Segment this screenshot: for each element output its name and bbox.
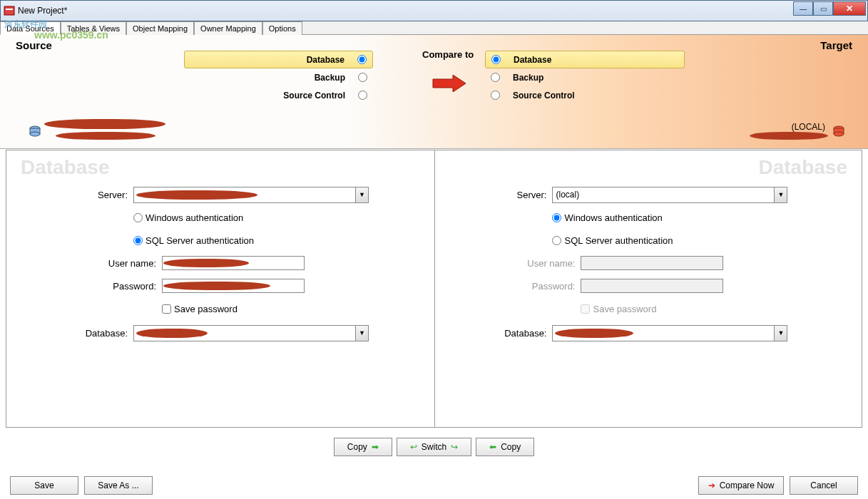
tab-object-mapping[interactable]: Object Mapping [126, 21, 194, 35]
switch-label: Switch [422, 442, 446, 452]
play-arrow-icon: ➔ [708, 480, 715, 490]
svg-point-5 [30, 132, 40, 136]
target-sourcecontrol-radio[interactable] [491, 91, 500, 100]
redacted-source-username [163, 259, 249, 267]
source-database-combo[interactable]: ▼ [133, 325, 369, 341]
svg-rect-0 [4, 6, 14, 15]
target-server-value: (local) [553, 190, 774, 200]
source-backup-radio[interactable] [358, 73, 367, 82]
compare-arrow-icon [432, 75, 467, 92]
tab-options[interactable]: Options [262, 21, 302, 35]
copy-right-label: Copy [347, 442, 367, 452]
source-server-combo[interactable]: ▼ [133, 187, 369, 203]
copy-left-label: Copy [501, 442, 521, 452]
source-type-backup-row[interactable]: Backup [184, 68, 373, 86]
target-password-label: Password: [438, 281, 581, 292]
source-database-radio[interactable] [357, 55, 367, 64]
redacted-source-server-input [136, 190, 257, 200]
source-savepwd-label: Save password [174, 304, 238, 314]
window-title: New Project* [18, 6, 864, 16]
target-type-sourcecontrol-row[interactable]: Source Control [485, 86, 685, 104]
target-database-dropdown-icon[interactable]: ▼ [774, 326, 787, 341]
save-as-label: Save As ... [98, 480, 138, 490]
compare-header-panel: Source Target Compare to Database Backup… [0, 35, 868, 149]
compare-now-button[interactable]: ➔ Compare Now [698, 476, 784, 495]
app-icon [4, 5, 15, 16]
arrow-right-icon: ➡ [372, 442, 379, 452]
target-savepwd-checkbox [581, 304, 590, 314]
save-button[interactable]: Save [10, 476, 78, 495]
source-savepwd-checkbox[interactable] [162, 304, 171, 314]
target-backup-radio[interactable] [491, 73, 500, 82]
target-password-input [581, 279, 723, 293]
close-button[interactable]: ✕ [833, 1, 866, 16]
target-savepwd-label: Save password [593, 304, 656, 314]
target-sqlauth-radio[interactable] [552, 236, 561, 245]
source-password-label: Password: [19, 281, 162, 292]
target-database-combo[interactable]: ▼ [552, 325, 787, 341]
tab-tables-views[interactable]: Tables & Views [61, 21, 126, 35]
maximize-button[interactable]: ▭ [813, 1, 833, 16]
target-server-dropdown-icon[interactable]: ▼ [774, 187, 787, 202]
target-database-radio[interactable] [491, 55, 501, 64]
redacted-source-server [44, 119, 165, 129]
target-type-backup-row[interactable]: Backup [485, 68, 685, 86]
source-form: Server: ▼ Windows authentication SQL Ser… [19, 186, 430, 347]
target-winauth-radio[interactable] [552, 213, 561, 222]
source-server-label: Server: [19, 190, 133, 200]
save-as-button[interactable]: Save As ... [84, 476, 153, 495]
source-sqlauth-radio[interactable] [133, 236, 143, 245]
source-database-label: Database: [19, 328, 133, 339]
vertical-divider [434, 150, 435, 427]
target-type-database-row[interactable]: Database [485, 51, 685, 68]
minimize-button[interactable]: — [793, 1, 813, 16]
source-db-heading: Database [21, 156, 110, 179]
save-label: Save [34, 480, 53, 490]
target-backup-label: Backup [506, 73, 685, 83]
arrow-left-icon: ⬅ [489, 442, 496, 452]
tab-bar: Data Sources Tables & Views Object Mappi… [0, 21, 868, 35]
target-heading: Target [820, 39, 852, 51]
switch-right-arrow-icon: ↪ [451, 442, 458, 452]
source-type-sourcecontrol-row[interactable]: Source Control [184, 86, 373, 104]
target-db-heading: Database [758, 156, 847, 179]
target-type-group: Database Backup Source Control [485, 51, 685, 104]
target-winauth-label: Windows authentication [564, 212, 662, 223]
redacted-target-database-input [555, 329, 633, 338]
source-winauth-label: Windows authentication [145, 212, 243, 223]
target-sqlauth-label: SQL Server authentication [564, 235, 673, 246]
cancel-label: Cancel [810, 480, 837, 490]
source-winauth-radio[interactable] [133, 213, 143, 222]
cancel-button[interactable]: Cancel [790, 476, 858, 495]
switch-left-arrow-icon: ↩ [410, 442, 417, 452]
copy-left-button[interactable]: ⬅ Copy [476, 438, 534, 456]
target-username-input [581, 256, 723, 270]
target-server-combo[interactable]: (local) ▼ [552, 187, 787, 203]
title-bar: New Project* — ▭ ✕ [0, 0, 868, 21]
source-database-dropdown-icon[interactable]: ▼ [355, 326, 368, 341]
copy-right-button[interactable]: Copy ➡ [334, 438, 392, 456]
source-username-label: User name: [19, 258, 162, 269]
target-sourcecontrol-label: Source Control [506, 91, 685, 101]
source-sourcecontrol-radio[interactable] [358, 91, 367, 100]
switch-button[interactable]: ↩ Switch ↪ [397, 438, 471, 456]
redacted-source-db [56, 132, 155, 140]
target-form: Server: (local) ▼ Windows authentication… [438, 186, 849, 347]
main-form-panel: Database Database Server: ▼ Windows auth… [6, 150, 862, 428]
target-server-display: (LOCAL) [792, 122, 825, 132]
compare-to-label: Compare to [422, 49, 474, 60]
svg-point-8 [834, 132, 844, 136]
source-type-database-row[interactable]: Database [184, 51, 373, 68]
tab-data-sources[interactable]: Data Sources [0, 21, 61, 35]
source-server-icon [29, 125, 41, 138]
svg-marker-2 [433, 75, 466, 92]
copy-switch-bar: Copy ➡ ↩ Switch ↪ ⬅ Copy [0, 438, 868, 456]
redacted-target-db [750, 132, 828, 140]
footer-bar: Save Save As ... ➔ Compare Now Cancel [0, 476, 868, 495]
source-backup-label: Backup [184, 73, 352, 83]
target-username-label: User name: [438, 258, 581, 269]
source-server-dropdown-icon[interactable]: ▼ [355, 187, 368, 202]
target-database-label: Database [506, 55, 684, 65]
tab-owner-mapping[interactable]: Owner Mapping [194, 21, 262, 35]
source-type-group: Database Backup Source Control [184, 51, 373, 104]
